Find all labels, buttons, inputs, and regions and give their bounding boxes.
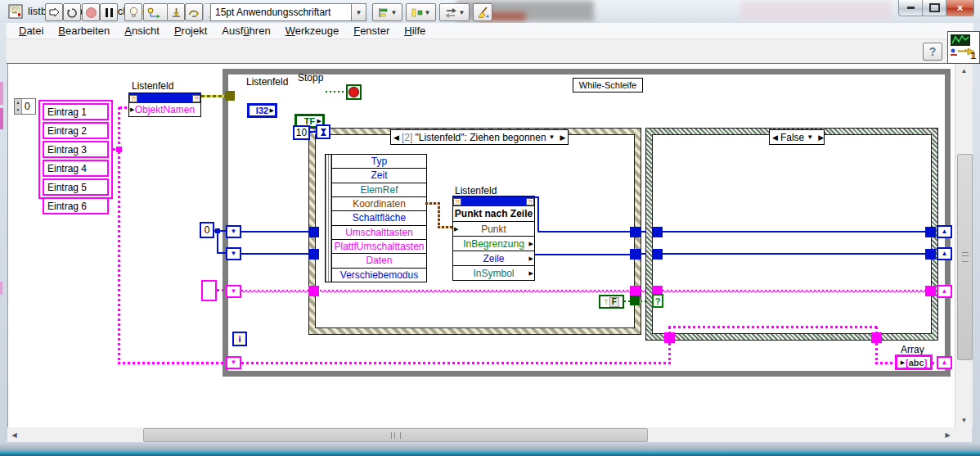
tunnel[interactable]: [871, 332, 882, 343]
event-field-plattfumschalttasten[interactable]: PlattfUmschalttasten: [332, 240, 426, 254]
tunnel[interactable]: [308, 249, 319, 260]
next-case-icon[interactable]: ▶: [558, 133, 569, 142]
event-field-umschalttasten[interactable]: Umschalttasten: [332, 226, 426, 240]
menu-bearbeiten[interactable]: Bearbeiten: [51, 25, 117, 37]
menu-hilfe[interactable]: Hilfe: [397, 25, 433, 37]
event-field-zeit[interactable]: Zeit: [332, 169, 426, 183]
case-dropdown-icon[interactable]: ▼: [804, 133, 816, 141]
run-button[interactable]: [45, 3, 63, 21]
numeric-constant-0[interactable]: 0: [200, 222, 214, 238]
tunnel[interactable]: [925, 227, 936, 237]
invoke-method[interactable]: Punkt nach Zeile: [453, 206, 534, 222]
case-structure[interactable]: [646, 129, 937, 340]
vi-icon-button[interactable]: 1 1: [947, 31, 980, 64]
run-continuous-button[interactable]: [63, 3, 81, 21]
property-node[interactable]: ?!?! ▶ObjektNamen: [128, 93, 201, 117]
horizontal-scroll-thumb[interactable]: [143, 428, 648, 442]
tunnel[interactable]: [630, 227, 641, 237]
scroll-left-icon[interactable]: ◀: [7, 427, 21, 442]
error-tunnel[interactable]: [225, 91, 235, 101]
highlight-execution-button[interactable]: [124, 3, 142, 21]
event-data-node[interactable]: Typ Zeit ElemRef Koordinaten Schaltfläch…: [325, 154, 427, 282]
stop-button-constant[interactable]: [346, 84, 362, 100]
shift-register-right-1[interactable]: ▲: [937, 225, 952, 238]
tunnel[interactable]: [664, 332, 675, 343]
array-element-4[interactable]: Eintrag 4: [43, 160, 109, 177]
step-into-button[interactable]: [167, 3, 185, 21]
tunnel[interactable]: [925, 249, 936, 260]
menu-projekt[interactable]: Projekt: [167, 25, 214, 37]
scroll-up-icon[interactable]: ▲: [955, 64, 973, 78]
tunnel[interactable]: [652, 227, 663, 237]
scroll-right-icon[interactable]: ▶: [941, 427, 955, 442]
context-help-button[interactable]: ?: [923, 43, 942, 61]
menu-werkzeuge[interactable]: Werkzeuge: [278, 25, 347, 37]
abort-button[interactable]: [82, 3, 100, 21]
event-field-typ[interactable]: Typ: [332, 155, 426, 169]
font-selector[interactable]: 15pt Anwendungsschriftart ▼: [210, 3, 366, 21]
invoke-param-punkt[interactable]: ▶Punkt: [453, 222, 534, 237]
event-field-koordinaten[interactable]: Koordinaten: [332, 197, 426, 211]
invoke-param-insymbol[interactable]: InSymbol▶: [453, 266, 534, 280]
shift-register-left-1[interactable]: ▼: [226, 225, 241, 238]
invoke-node[interactable]: ?!?! Punkt nach Zeile ▶Punkt InBegrenzun…: [452, 196, 535, 281]
string-array-constant[interactable]: Eintrag 1 Eintrag 2 Eintrag 3 Eintrag 4 …: [38, 100, 113, 199]
array-indicator-terminal[interactable]: ▶ [abc]: [895, 354, 933, 370]
timeout-terminal[interactable]: [316, 124, 330, 139]
prev-case-icon[interactable]: ◀: [770, 133, 780, 142]
prev-case-icon[interactable]: ◀: [391, 133, 402, 142]
vertical-scroll-thumb[interactable]: [957, 154, 973, 360]
distribute-objects-dropdown[interactable]: ▼: [406, 3, 436, 21]
next-case-icon[interactable]: ▶: [816, 133, 826, 142]
case-selector-terminal[interactable]: ?: [652, 294, 663, 308]
shift-register-left-4[interactable]: ▼: [226, 356, 241, 369]
tunnel[interactable]: [308, 286, 319, 296]
invoke-param-zeile[interactable]: Zeile▶: [453, 251, 534, 266]
listbox-terminal[interactable]: I32▶: [247, 103, 277, 118]
cleanup-diagram-button[interactable]: [473, 3, 492, 21]
reorder-dropdown[interactable]: ▼: [439, 3, 470, 21]
scroll-down-icon[interactable]: ▼: [955, 413, 973, 427]
shift-register-right-2[interactable]: ▲: [937, 247, 952, 260]
event-selector[interactable]: ◀ [2] "Listenfeld": Ziehen begonnen ▼ ▶: [390, 129, 569, 145]
tunnel[interactable]: [630, 249, 641, 260]
vertical-scrollbar[interactable]: ▲ ▼: [955, 64, 973, 427]
horizontal-scrollbar[interactable]: ◀ ▶: [7, 427, 955, 442]
iteration-terminal[interactable]: i: [232, 332, 247, 346]
event-field-daten[interactable]: Daten: [332, 254, 426, 268]
shift-register-right-3[interactable]: ▲: [937, 285, 952, 298]
shift-register-left-2[interactable]: ▼: [226, 247, 241, 260]
empty-string-array-constant[interactable]: [201, 280, 217, 301]
retain-wire-values-button[interactable]: [143, 3, 168, 21]
array-element-6[interactable]: Eintrag 6: [43, 197, 109, 214]
tunnel[interactable]: [925, 286, 936, 296]
pause-button[interactable]: [100, 3, 118, 21]
menu-ausfuehren[interactable]: Ausführen: [214, 25, 277, 37]
array-element-5[interactable]: Eintrag 5: [43, 178, 109, 196]
event-field-schaltflaeche[interactable]: Schaltfläche: [332, 211, 426, 225]
array-element-3[interactable]: Eintrag 3: [43, 141, 109, 158]
shift-register-right-4[interactable]: ▲: [937, 356, 952, 369]
step-over-button[interactable]: [185, 3, 203, 21]
tunnel[interactable]: [652, 249, 663, 260]
timeout-constant[interactable]: 10: [293, 125, 310, 140]
close-button[interactable]: ×: [946, 0, 974, 16]
menu-datei[interactable]: Datei: [11, 25, 51, 37]
menu-fenster[interactable]: Fenster: [346, 25, 397, 37]
array-index-selector[interactable]: ▲▼ 0: [14, 98, 36, 115]
minimize-button[interactable]: [898, 0, 924, 16]
shift-register-left-3[interactable]: ▼: [226, 285, 241, 298]
align-objects-dropdown[interactable]: ▼: [372, 3, 402, 21]
case-dropdown-icon[interactable]: ▼: [546, 133, 558, 141]
maximize-button[interactable]: [922, 0, 947, 16]
invoke-param-inbegrenzung[interactable]: InBegrenzung▶: [453, 237, 534, 251]
event-field-elemref[interactable]: ElemRef: [332, 183, 426, 197]
tunnel[interactable]: [630, 296, 640, 305]
array-element-1[interactable]: Eintrag 1: [43, 103, 109, 120]
false-boolean-constant[interactable]: T F: [599, 295, 624, 309]
event-field-verschiebemodus[interactable]: Verschiebemodus: [332, 269, 426, 282]
index-spinner-icon[interactable]: ▲▼: [15, 99, 22, 114]
tunnel[interactable]: [308, 227, 319, 237]
menu-ansicht[interactable]: Ansicht: [117, 25, 167, 37]
array-element-2[interactable]: Eintrag 2: [43, 122, 109, 139]
